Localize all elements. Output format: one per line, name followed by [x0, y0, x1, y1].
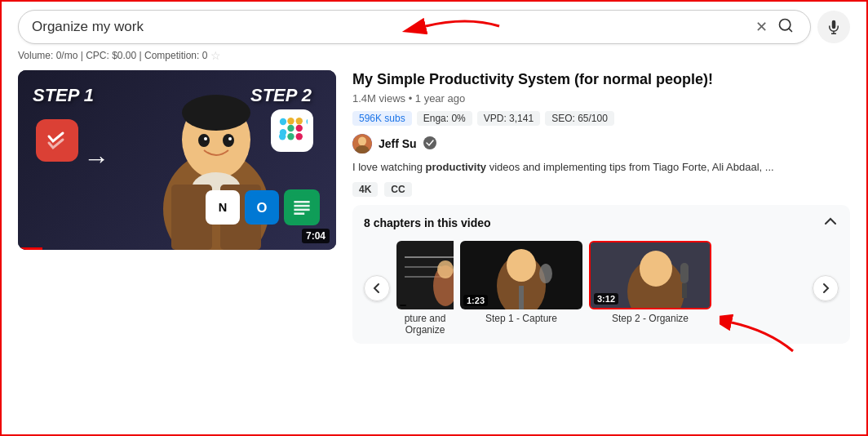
svg-rect-21 [287, 125, 294, 131]
svg-point-48 [539, 264, 552, 283]
chapter-label-1: Step 1 - Capture [460, 313, 582, 324]
video-title: My Simple Productivity System (for norma… [352, 70, 850, 89]
duration-badge: 7:04 [302, 229, 330, 243]
channel-row: Jeff Su [352, 134, 850, 153]
svg-point-7 [182, 95, 250, 131]
svg-rect-29 [290, 196, 314, 220]
svg-rect-19 [287, 133, 294, 140]
svg-rect-30 [294, 201, 309, 203]
svg-rect-32 [294, 209, 309, 211]
chapter-duration-1: 1:23 [463, 295, 488, 306]
volume-info-bar: Volume: 0/mo | CPC: $0.00 | Competition:… [2, 47, 866, 67]
tag-4k: 4K [352, 182, 378, 197]
svg-rect-31 [294, 205, 309, 207]
chapter-label-0: pture and Organize [396, 313, 454, 336]
sheets-icon [284, 189, 320, 225]
svg-rect-16 [280, 118, 286, 125]
svg-point-46 [507, 249, 536, 282]
mic-button[interactable] [817, 11, 850, 43]
search-bar: ✕ [18, 10, 811, 44]
svg-point-11 [198, 134, 210, 147]
chapter-item-partial[interactable]: pture and Organize [396, 241, 454, 336]
svg-rect-24 [287, 118, 294, 124]
volume-text: Volume: 0/mo | CPC: $0.00 | Competition:… [18, 50, 207, 61]
video-info: My Simple Productivity System (for norma… [352, 70, 850, 344]
tag-row: 4K CC [352, 182, 850, 197]
svg-rect-47 [519, 286, 524, 309]
chapters-section: 8 chapters in this video [352, 205, 850, 344]
svg-text:O: O [257, 200, 268, 216]
chapters-scroll: pture and Organize [364, 241, 839, 336]
svg-point-52 [640, 251, 672, 287]
search-input[interactable] [32, 19, 752, 35]
svg-rect-17 [306, 118, 308, 125]
video-meta: 1.4M views • 1 year ago [352, 92, 850, 105]
chevron-up-icon[interactable] [822, 213, 839, 233]
svg-point-12 [223, 134, 234, 147]
svg-rect-54 [682, 283, 687, 298]
chapter-duration-0 [400, 305, 406, 306]
svg-point-13 [204, 137, 207, 140]
star-icon[interactable]: ☆ [210, 49, 221, 62]
badge-vpd: VPD: 3,141 [477, 111, 540, 126]
svg-text:N: N [219, 201, 228, 214]
chapters-title: 8 chapters in this video [364, 216, 491, 229]
chapter-label-2: Step 2 - Organize [589, 313, 711, 324]
svg-point-37 [423, 136, 436, 149]
svg-line-1 [789, 28, 792, 31]
svg-point-35 [358, 137, 366, 146]
svg-point-14 [228, 137, 232, 140]
chapter-item-1[interactable]: 1:23 Step 1 - Capture [460, 241, 582, 336]
thumb-step1-text: STEP 1 [33, 85, 94, 106]
video-thumbnail[interactable]: STEP 1 STEP 2 [18, 70, 336, 250]
badge-seo: SEO: 65/100 [545, 111, 614, 126]
chapters-next-button[interactable] [813, 275, 839, 301]
progress-bar [18, 247, 42, 250]
tag-cc: CC [384, 182, 411, 197]
badge-enga: Enga: 0% [417, 111, 472, 126]
svg-rect-33 [294, 212, 304, 215]
badge-subs: 596K subs [352, 111, 412, 126]
search-icon[interactable] [774, 14, 797, 41]
clear-icon[interactable]: ✕ [752, 15, 771, 39]
notion-icon: N [206, 190, 240, 225]
chapters-header: 8 chapters in this video [364, 213, 839, 233]
channel-avatar [352, 134, 372, 153]
channel-name[interactable]: Jeff Su [379, 137, 417, 150]
svg-point-43 [437, 260, 454, 278]
chapter-item-2[interactable]: 3:12 Step 2 - Organize [589, 241, 711, 336]
chapters-prev-button[interactable] [364, 275, 390, 301]
svg-rect-23 [296, 118, 303, 124]
verified-icon [423, 136, 436, 152]
svg-rect-53 [680, 263, 689, 283]
chapters-list: pture and Organize [396, 241, 806, 336]
svg-rect-18 [279, 133, 286, 140]
svg-rect-22 [296, 125, 303, 131]
search-area: ✕ [2, 2, 866, 47]
main-content: STEP 1 STEP 2 [2, 67, 866, 344]
outlook-icon: O [245, 190, 279, 225]
svg-rect-20 [296, 133, 303, 140]
badges-row: 596K subs Enga: 0% VPD: 3,141 SEO: 65/10… [352, 111, 850, 126]
chapter-duration-2: 3:12 [594, 293, 618, 305]
description-text: I love watching productivity videos and … [352, 160, 850, 175]
